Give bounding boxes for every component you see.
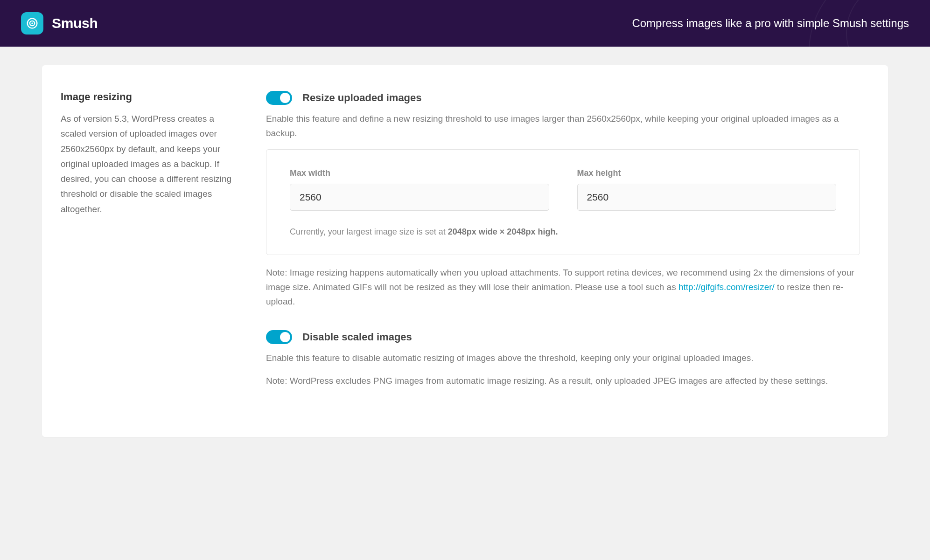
resize-description: Enable this feature and define a new res… [266,111,860,141]
disable-scaled-toggle[interactable] [266,330,292,344]
max-height-input[interactable] [577,184,837,211]
disable-scaled-note: Note: WordPress excludes PNG images from… [266,373,860,388]
resize-note: Note: Image resizing happens automatical… [266,265,860,309]
dimensions-box: Max width Max height Currently, your lar… [266,149,860,255]
max-width-input[interactable] [290,184,549,211]
app-name: Smush [52,15,98,31]
disable-scaled-description: Enable this feature to disable automatic… [266,351,860,365]
disable-scaled-title: Disable scaled images [302,331,412,343]
resize-title: Resize uploaded images [302,92,422,104]
resize-toggle[interactable] [266,91,292,105]
max-width-label: Max width [290,168,549,178]
smush-logo-icon [21,12,43,35]
header-left: Smush [21,12,98,35]
disable-scaled-setting: Disable scaled images Enable this featur… [266,330,860,388]
section-description: As of version 5.3, WordPress creates a s… [61,111,233,217]
gif-resizer-link[interactable]: http://gifgifs.com/resizer/ [678,282,775,292]
app-header: Smush Compress images like a pro with si… [0,0,930,47]
section-intro: Image resizing As of version 5.3, WordPr… [61,91,233,409]
header-decoration [846,0,930,47]
current-size-note: Currently, your largest image size is se… [290,227,836,237]
section-title: Image resizing [61,91,233,103]
svg-point-2 [31,22,33,24]
settings-controls: Resize uploaded images Enable this featu… [266,91,860,409]
settings-panel: Image resizing As of version 5.3, WordPr… [42,65,888,437]
max-height-label: Max height [577,168,837,178]
resize-setting: Resize uploaded images Enable this featu… [266,91,860,309]
